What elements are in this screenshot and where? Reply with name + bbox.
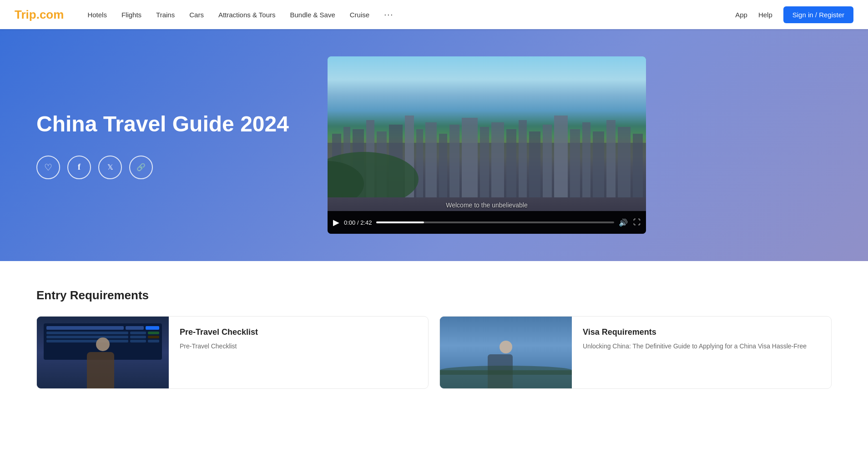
logo-com: com [40, 8, 64, 21]
video-player: Welcome to the unbelievable ▶ 0:00 / 2:4… [328, 56, 646, 234]
nav-more[interactable]: ··· [378, 6, 399, 23]
header: Trip.com Hotels Flights Trains Cars Attr… [0, 0, 868, 29]
video-controls: ▶ 0:00 / 2:42 🔊 ⛶ [328, 211, 646, 234]
nav-hotels[interactable]: Hotels [82, 7, 112, 22]
visa-card-image [440, 317, 572, 388]
entry-requirements-cards: Pre-Travel Checklist Pre-Travel Checklis… [36, 316, 832, 389]
visa-card-title: Visa Requirements [583, 327, 820, 337]
nav-flights[interactable]: Flights [116, 7, 147, 22]
svg-rect-22 [593, 131, 604, 197]
logo-dot: . [36, 8, 40, 21]
app-link[interactable]: App [735, 11, 747, 19]
help-link[interactable]: Help [758, 11, 772, 19]
nav-cars[interactable]: Cars [184, 7, 209, 22]
progress-bar[interactable] [376, 221, 614, 223]
hero-actions: ♡ f 𝕏 🔗 [36, 156, 309, 179]
nav-attractions[interactable]: Attractions & Tours [213, 7, 281, 22]
volume-icon[interactable]: 🔊 [619, 218, 628, 227]
svg-rect-20 [570, 129, 580, 197]
svg-rect-11 [449, 125, 459, 197]
pre-travel-card-image [37, 317, 169, 388]
hero-section: China Travel Guide 2024 ♡ f 𝕏 🔗 [0, 29, 868, 261]
entry-requirements-section: Entry Requirements [0, 261, 868, 407]
pre-travel-card-content: Pre-Travel Checklist Pre-Travel Checklis… [169, 317, 428, 388]
logo[interactable]: Trip.com [15, 8, 64, 22]
svg-rect-23 [606, 120, 616, 197]
link-button[interactable]: 🔗 [129, 156, 153, 179]
time-display: 0:00 / 2:42 [344, 219, 372, 226]
hero-content: China Travel Guide 2024 ♡ f 𝕏 🔗 [36, 111, 309, 179]
like-button[interactable]: ♡ [36, 156, 60, 179]
visa-card-desc: Unlocking China: The Definitive Guide to… [583, 342, 820, 351]
progress-fill [376, 221, 424, 223]
video-right-controls: 🔊 ⛶ [619, 218, 641, 227]
twitter-icon: 𝕏 [107, 163, 113, 171]
svg-rect-13 [480, 127, 489, 197]
main-nav: Hotels Flights Trains Cars Attractions &… [82, 6, 735, 23]
visa-card-content: Visa Requirements Unlocking China: The D… [572, 317, 831, 388]
nav-bundle[interactable]: Bundle & Save [285, 7, 341, 22]
pre-travel-card[interactable]: Pre-Travel Checklist Pre-Travel Checklis… [36, 316, 429, 389]
svg-rect-15 [506, 129, 516, 197]
svg-rect-9 [425, 122, 437, 197]
entry-requirements-title: Entry Requirements [36, 288, 832, 302]
svg-rect-12 [462, 118, 478, 197]
facebook-button[interactable]: f [67, 156, 91, 179]
video-thumbnail [328, 56, 646, 211]
svg-rect-16 [519, 120, 527, 197]
visa-card[interactable]: Visa Requirements Unlocking China: The D… [439, 316, 832, 389]
pre-travel-card-desc: Pre-Travel Checklist [180, 342, 417, 351]
svg-rect-10 [439, 134, 447, 197]
fullscreen-icon[interactable]: ⛶ [633, 218, 641, 227]
svg-rect-19 [554, 116, 568, 197]
video-caption: Welcome to the unbelievable [446, 201, 528, 209]
hero-title: China Travel Guide 2024 [36, 111, 309, 137]
svg-rect-25 [633, 134, 643, 197]
nav-cruise[interactable]: Cruise [344, 7, 375, 22]
svg-rect-21 [582, 122, 590, 197]
svg-rect-8 [416, 129, 423, 197]
logo-trip: Trip [15, 8, 36, 21]
signin-button[interactable]: Sign in / Register [783, 6, 853, 23]
svg-rect-14 [491, 122, 504, 197]
play-button[interactable]: ▶ [333, 217, 339, 227]
svg-rect-18 [543, 125, 552, 197]
heart-icon: ♡ [44, 162, 52, 173]
header-right: App Help Sign in / Register [735, 6, 853, 23]
svg-rect-24 [618, 127, 631, 197]
nav-trains[interactable]: Trains [151, 7, 180, 22]
twitter-button[interactable]: 𝕏 [98, 156, 122, 179]
facebook-icon: f [78, 162, 81, 172]
svg-rect-17 [529, 131, 540, 197]
pre-travel-card-title: Pre-Travel Checklist [180, 327, 417, 337]
link-icon: 🔗 [136, 163, 146, 171]
